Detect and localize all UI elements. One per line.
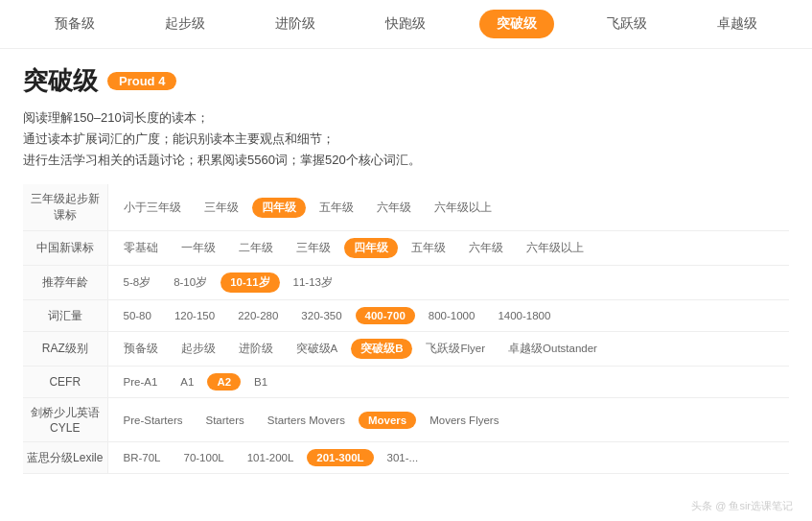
cell[interactable]: 进阶级 <box>229 339 283 359</box>
description-line: 阅读理解150–210词长度的读本； <box>23 107 789 129</box>
active-cell[interactable]: 400-700 <box>356 307 415 324</box>
row-header: 中国新课标 <box>23 231 107 266</box>
table-row: CEFRPre-A1A1A2B1 <box>23 367 789 398</box>
description-line: 通过读本扩展词汇的广度；能识别读本主要观点和细节； <box>23 129 789 150</box>
active-cell[interactable]: 10-11岁 <box>220 272 279 293</box>
row-header: 词汇量 <box>23 300 107 332</box>
cell[interactable]: 五年级 <box>402 238 455 258</box>
nav-item-飞跃级[interactable]: 飞跃级 <box>590 10 664 38</box>
cell[interactable]: B1 <box>244 373 277 391</box>
row-header: 三年级起步新课标 <box>23 184 107 231</box>
cell[interactable]: 零基础 <box>114 238 168 258</box>
title-row: 突破级 Proud 4 <box>23 64 789 98</box>
active-cell[interactable]: 突破级B <box>351 339 412 359</box>
cell[interactable]: 11-13岁 <box>284 272 342 293</box>
cell[interactable]: 六年级以上 <box>425 198 501 218</box>
description-line: 进行生活学习相关的话题讨论；积累阅读5560词；掌握520个核心词汇。 <box>23 150 789 171</box>
cell[interactable]: 50-80 <box>114 307 161 324</box>
cell[interactable]: 800-1000 <box>419 307 485 324</box>
table-row: RAZ级别预备级起步级进阶级突破级A突破级B飞跃级Flyer卓越级Outstan… <box>23 332 789 367</box>
cell[interactable]: 卓越级Outstander <box>499 339 607 359</box>
cell[interactable]: 六年级 <box>459 238 513 258</box>
table-row: 推荐年龄5-8岁8-10岁10-11岁11-13岁 <box>23 266 789 300</box>
cell[interactable]: Starters Movers <box>258 412 355 429</box>
cell[interactable]: Starters <box>197 412 254 429</box>
row-cells: 50-80120-150220-280320-350400-700800-100… <box>107 300 789 332</box>
page-title: 突破级 <box>23 64 98 98</box>
cell[interactable]: 220-280 <box>228 307 288 324</box>
active-cell[interactable]: 201-300L <box>307 449 373 466</box>
row-cells: Pre-StartersStartersStarters MoversMover… <box>107 398 789 442</box>
cell[interactable]: 五年级 <box>310 198 363 218</box>
cell[interactable]: 六年级 <box>367 198 421 218</box>
cell[interactable]: Pre-Starters <box>114 412 193 429</box>
nav-item-突破级[interactable]: 突破级 <box>479 10 554 38</box>
cell[interactable]: Pre-A1 <box>114 373 168 391</box>
row-cells: 5-8岁8-10岁10-11岁11-13岁 <box>107 266 789 300</box>
row-header: 剑桥少儿英语CYLE <box>23 398 107 442</box>
cell[interactable]: 突破级A <box>287 339 348 359</box>
row-cells: BR-70L70-100L101-200L201-300L301-... <box>107 442 789 474</box>
cell[interactable]: 小于三年级 <box>114 198 191 218</box>
description: 阅读理解150–210词长度的读本；通过读本扩展词汇的广度；能识别读本主要观点和… <box>23 107 789 171</box>
cell[interactable]: 320-350 <box>291 307 351 324</box>
row-header: 蓝思分级Lexile <box>23 442 107 474</box>
active-cell[interactable]: A2 <box>207 373 241 391</box>
cell[interactable]: 120-150 <box>165 307 224 324</box>
page-container: 预备级起步级进阶级快跑级突破级飞跃级卓越级 突破级 Proud 4 阅读理解15… <box>0 0 812 521</box>
cell[interactable]: A1 <box>171 373 203 391</box>
cell[interactable]: 101-200L <box>238 449 304 466</box>
cell[interactable]: 一年级 <box>172 238 225 258</box>
cell[interactable]: 六年级以上 <box>517 238 593 258</box>
watermark: 头条 @ 鱼sir选课笔记 <box>691 499 793 513</box>
level-badge: Proud 4 <box>107 72 176 90</box>
cell[interactable]: BR-70L <box>114 449 171 466</box>
cell[interactable]: 70-100L <box>174 449 234 466</box>
cell[interactable]: 三年级 <box>287 238 340 258</box>
row-cells: Pre-A1A1A2B1 <box>107 367 789 398</box>
table-row: 中国新课标零基础一年级二年级三年级四年级五年级六年级六年级以上 <box>23 231 789 266</box>
grid-table: 三年级起步新课标小于三年级三年级四年级五年级六年级六年级以上中国新课标零基础一年… <box>23 184 789 474</box>
row-header: CEFR <box>23 367 107 398</box>
cell[interactable]: 三年级 <box>195 198 248 218</box>
cell[interactable]: 301-... <box>378 449 429 466</box>
table-row: 蓝思分级LexileBR-70L70-100L101-200L201-300L3… <box>23 442 789 474</box>
cell[interactable]: 二年级 <box>229 238 283 258</box>
active-cell[interactable]: 四年级 <box>344 238 398 258</box>
row-cells: 小于三年级三年级四年级五年级六年级六年级以上 <box>107 184 789 231</box>
table-row: 剑桥少儿英语CYLEPre-StartersStartersStarters M… <box>23 398 789 442</box>
cell[interactable]: 预备级 <box>114 339 168 359</box>
cell[interactable]: Movers Flyers <box>420 412 508 429</box>
row-cells: 零基础一年级二年级三年级四年级五年级六年级六年级以上 <box>107 231 789 266</box>
nav-item-预备级[interactable]: 预备级 <box>37 10 112 38</box>
nav-item-起步级[interactable]: 起步级 <box>148 10 222 38</box>
cell[interactable]: 8-10岁 <box>164 272 217 293</box>
row-cells: 预备级起步级进阶级突破级A突破级B飞跃级Flyer卓越级Outstander <box>107 332 789 367</box>
table-row: 三年级起步新课标小于三年级三年级四年级五年级六年级六年级以上 <box>23 184 789 231</box>
main-content: 突破级 Proud 4 阅读理解150–210词长度的读本；通过读本扩展词汇的广… <box>0 49 812 489</box>
top-nav: 预备级起步级进阶级快跑级突破级飞跃级卓越级 <box>0 0 812 49</box>
cell[interactable]: 起步级 <box>172 339 225 359</box>
active-cell[interactable]: Movers <box>359 412 416 429</box>
row-header: 推荐年龄 <box>23 266 107 300</box>
nav-item-快跑级[interactable]: 快跑级 <box>368 10 443 38</box>
nav-item-进阶级[interactable]: 进阶级 <box>258 10 333 38</box>
row-header: RAZ级别 <box>23 332 107 367</box>
cell[interactable]: 1400-1800 <box>488 307 560 324</box>
cell[interactable]: 5-8岁 <box>114 272 161 293</box>
nav-item-卓越级[interactable]: 卓越级 <box>700 10 775 38</box>
cell[interactable]: 飞跃级Flyer <box>416 339 495 359</box>
table-row: 词汇量50-80120-150220-280320-350400-700800-… <box>23 300 789 332</box>
active-cell[interactable]: 四年级 <box>252 198 306 218</box>
